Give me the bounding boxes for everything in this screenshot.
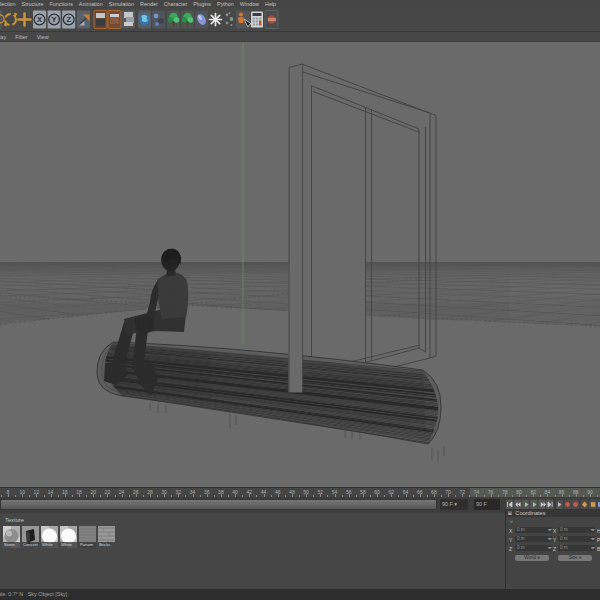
svg-text:X: X (37, 15, 42, 24)
svg-text:Z: Z (66, 15, 71, 24)
svg-text:Y: Y (52, 15, 57, 24)
